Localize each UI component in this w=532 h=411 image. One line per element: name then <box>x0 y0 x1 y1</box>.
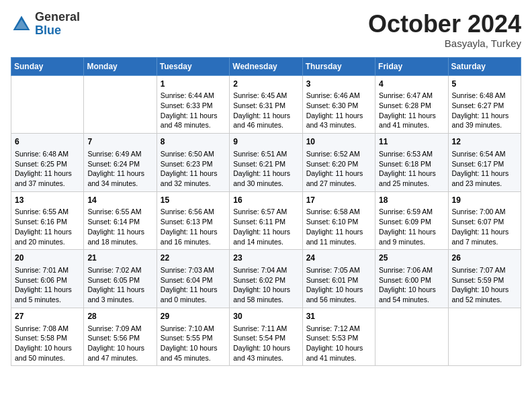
sunrise-text: Sunrise: 7:12 AM <box>306 324 371 334</box>
sunrise-text: Sunrise: 6:48 AM <box>452 91 517 101</box>
calendar-cell: 4Sunrise: 6:47 AMSunset: 6:28 PMDaylight… <box>375 75 448 134</box>
sunset-text: Sunset: 6:17 PM <box>452 159 517 169</box>
daylight-text: Daylight: 11 hours and 46 minutes. <box>233 111 298 130</box>
day-number: 6 <box>15 136 80 148</box>
calendar-cell: 10Sunrise: 6:52 AMSunset: 6:20 PMDayligh… <box>302 134 375 192</box>
sunrise-text: Sunrise: 7:01 AM <box>15 265 80 275</box>
day-number: 21 <box>87 253 152 264</box>
sunset-text: Sunset: 6:00 PM <box>379 275 444 285</box>
daylight-text: Daylight: 11 hours and 11 minutes. <box>306 227 371 246</box>
daylight-text: Daylight: 11 hours and 30 minutes. <box>233 169 298 188</box>
sunset-text: Sunset: 6:07 PM <box>452 217 517 227</box>
daylight-text: Daylight: 11 hours and 32 minutes. <box>161 169 226 188</box>
day-number: 25 <box>379 253 444 264</box>
day-number: 1 <box>161 79 226 90</box>
day-number: 20 <box>15 253 80 264</box>
day-number: 13 <box>15 195 80 206</box>
daylight-text: Daylight: 11 hours and 37 minutes. <box>15 169 80 188</box>
calendar-cell: 16Sunrise: 6:57 AMSunset: 6:11 PMDayligh… <box>230 191 302 250</box>
col-header-wednesday: Wednesday <box>230 57 302 75</box>
calendar-week-3: 13Sunrise: 6:55 AMSunset: 6:16 PMDayligh… <box>11 191 521 250</box>
calendar-cell: 8Sunrise: 6:50 AMSunset: 6:23 PMDaylight… <box>157 134 229 192</box>
daylight-text: Daylight: 10 hours and 56 minutes. <box>306 285 371 304</box>
daylight-text: Daylight: 10 hours and 41 minutes. <box>306 343 371 363</box>
sunset-text: Sunset: 6:30 PM <box>306 101 371 111</box>
daylight-text: Daylight: 10 hours and 52 minutes. <box>452 285 517 304</box>
calendar-week-2: 6Sunrise: 6:48 AMSunset: 6:25 PMDaylight… <box>11 134 521 192</box>
sunrise-text: Sunrise: 6:50 AM <box>161 149 226 159</box>
sunrise-text: Sunrise: 7:02 AM <box>87 265 152 275</box>
sunrise-text: Sunrise: 6:44 AM <box>161 91 226 101</box>
day-number: 24 <box>306 253 371 264</box>
calendar-week-5: 27Sunrise: 7:08 AMSunset: 5:58 PMDayligh… <box>11 308 521 366</box>
sunset-text: Sunset: 6:11 PM <box>233 217 298 227</box>
logo: General Blue <box>11 11 80 38</box>
daylight-text: Daylight: 11 hours and 39 minutes. <box>452 111 517 130</box>
sunset-text: Sunset: 6:06 PM <box>15 275 80 285</box>
sunrise-text: Sunrise: 6:53 AM <box>379 149 444 159</box>
day-number: 11 <box>379 136 444 148</box>
sunset-text: Sunset: 6:04 PM <box>161 275 226 285</box>
sunset-text: Sunset: 6:10 PM <box>306 217 371 227</box>
sunset-text: Sunset: 6:23 PM <box>161 159 226 169</box>
col-header-tuesday: Tuesday <box>157 57 229 75</box>
calendar-cell: 5Sunrise: 6:48 AMSunset: 6:27 PMDaylight… <box>448 75 521 134</box>
col-header-friday: Friday <box>375 57 448 75</box>
daylight-text: Daylight: 10 hours and 47 minutes. <box>87 343 152 363</box>
col-header-monday: Monday <box>84 57 157 75</box>
calendar-cell <box>375 308 448 366</box>
day-number: 22 <box>161 253 226 264</box>
daylight-text: Daylight: 10 hours and 45 minutes. <box>161 343 226 363</box>
sunrise-text: Sunrise: 6:55 AM <box>15 207 80 217</box>
daylight-text: Daylight: 11 hours and 5 minutes. <box>15 285 80 304</box>
sunrise-text: Sunrise: 6:51 AM <box>233 149 298 159</box>
day-number: 15 <box>161 195 226 206</box>
sunrise-text: Sunrise: 6:48 AM <box>15 149 80 159</box>
sunset-text: Sunset: 6:21 PM <box>233 159 298 169</box>
daylight-text: Daylight: 11 hours and 27 minutes. <box>306 169 371 188</box>
calendar-cell: 30Sunrise: 7:11 AMSunset: 5:54 PMDayligh… <box>230 308 302 366</box>
sunset-text: Sunset: 6:16 PM <box>15 217 80 227</box>
calendar-cell: 19Sunrise: 7:00 AMSunset: 6:07 PMDayligh… <box>448 191 521 250</box>
day-number: 17 <box>306 195 371 206</box>
calendar-cell: 17Sunrise: 6:58 AMSunset: 6:10 PMDayligh… <box>302 191 375 250</box>
daylight-text: Daylight: 10 hours and 58 minutes. <box>233 285 298 304</box>
calendar-cell: 29Sunrise: 7:10 AMSunset: 5:55 PMDayligh… <box>157 308 229 366</box>
sunset-text: Sunset: 6:33 PM <box>161 101 226 111</box>
daylight-text: Daylight: 11 hours and 7 minutes. <box>452 227 517 246</box>
calendar-cell: 9Sunrise: 6:51 AMSunset: 6:21 PMDaylight… <box>230 134 302 192</box>
sunset-text: Sunset: 5:58 PM <box>15 333 80 343</box>
day-number: 28 <box>87 311 152 322</box>
calendar-cell: 6Sunrise: 6:48 AMSunset: 6:25 PMDaylight… <box>11 134 84 192</box>
sunset-text: Sunset: 6:28 PM <box>379 101 444 111</box>
calendar-cell: 20Sunrise: 7:01 AMSunset: 6:06 PMDayligh… <box>11 250 84 308</box>
col-header-saturday: Saturday <box>448 57 521 75</box>
sunrise-text: Sunrise: 6:57 AM <box>233 207 298 217</box>
sunrise-text: Sunrise: 6:47 AM <box>379 91 444 101</box>
daylight-text: Daylight: 11 hours and 3 minutes. <box>87 285 152 304</box>
sunset-text: Sunset: 6:09 PM <box>379 217 444 227</box>
day-number: 26 <box>452 253 517 264</box>
sunrise-text: Sunrise: 7:05 AM <box>306 265 371 275</box>
sunrise-text: Sunrise: 6:46 AM <box>306 91 371 101</box>
sunset-text: Sunset: 5:59 PM <box>452 275 517 285</box>
sunset-text: Sunset: 5:56 PM <box>87 333 152 343</box>
sunset-text: Sunset: 6:01 PM <box>306 275 371 285</box>
day-number: 9 <box>233 136 298 148</box>
calendar-cell: 21Sunrise: 7:02 AMSunset: 6:05 PMDayligh… <box>84 250 157 308</box>
daylight-text: Daylight: 10 hours and 54 minutes. <box>379 285 444 304</box>
daylight-text: Daylight: 11 hours and 48 minutes. <box>161 111 226 130</box>
day-number: 23 <box>233 253 298 264</box>
sunrise-text: Sunrise: 7:09 AM <box>87 324 152 334</box>
calendar-cell: 23Sunrise: 7:04 AMSunset: 6:02 PMDayligh… <box>230 250 302 308</box>
calendar-cell <box>11 75 84 134</box>
daylight-text: Daylight: 11 hours and 18 minutes. <box>87 227 152 246</box>
sunrise-text: Sunrise: 6:49 AM <box>87 149 152 159</box>
logo-text: General Blue <box>35 11 80 38</box>
sunset-text: Sunset: 6:05 PM <box>87 275 152 285</box>
calendar-cell: 28Sunrise: 7:09 AMSunset: 5:56 PMDayligh… <box>84 308 157 366</box>
daylight-text: Daylight: 10 hours and 50 minutes. <box>15 343 80 363</box>
sunset-text: Sunset: 6:13 PM <box>161 217 226 227</box>
calendar-cell: 14Sunrise: 6:55 AMSunset: 6:14 PMDayligh… <box>84 191 157 250</box>
sunrise-text: Sunrise: 6:45 AM <box>233 91 298 101</box>
